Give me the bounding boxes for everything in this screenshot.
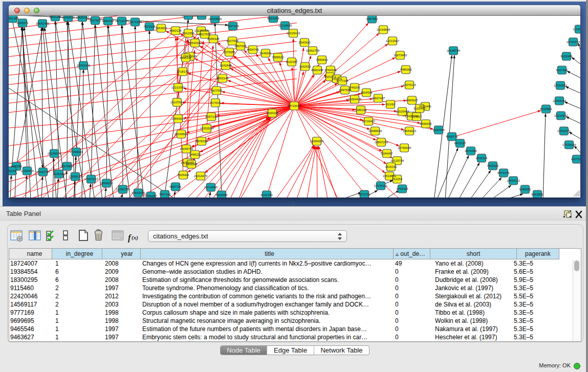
svg-text:9227342: 9227342 — [556, 69, 568, 72]
svg-text:9121343: 9121343 — [260, 193, 273, 196]
svg-text:15716485: 15716485 — [204, 186, 218, 189]
svg-text:6794028: 6794028 — [324, 69, 337, 72]
svg-text:9242848: 9242848 — [220, 64, 232, 67]
svg-text:11156829: 11156829 — [20, 169, 34, 172]
svg-text:9245652: 9245652 — [519, 188, 531, 191]
svg-text:12444194: 12444194 — [553, 99, 567, 102]
svg-text:7955812: 7955812 — [316, 58, 328, 61]
svg-text:17957223: 17957223 — [84, 178, 98, 181]
svg-text:13534809: 13534809 — [182, 16, 195, 17]
svg-text:8267130: 8267130 — [205, 115, 217, 118]
svg-text:9129966: 9129966 — [560, 55, 573, 58]
svg-text:1485081: 1485081 — [10, 165, 23, 168]
svg-text:2867608: 2867608 — [234, 45, 247, 48]
svg-text:8100683: 8100683 — [215, 193, 228, 196]
svg-text:10973493: 10973493 — [394, 54, 407, 57]
svg-text:10688609: 10688609 — [368, 129, 382, 133]
svg-text:12353594: 12353594 — [195, 16, 209, 17]
svg-text:8699695: 8699695 — [420, 122, 432, 125]
svg-text:8220357: 8220357 — [286, 60, 298, 63]
svg-text:2935114: 2935114 — [476, 157, 488, 160]
svg-text:12353594: 12353594 — [200, 127, 214, 130]
svg-text:19166829: 19166829 — [175, 133, 188, 136]
svg-text:7485063: 7485063 — [400, 68, 412, 71]
svg-text:154957: 154957 — [411, 115, 422, 118]
svg-text:7357224: 7357224 — [227, 25, 239, 28]
svg-text:20691406: 20691406 — [36, 22, 50, 25]
svg-text:8813054: 8813054 — [267, 17, 279, 20]
svg-text:16914479: 16914479 — [194, 174, 208, 178]
svg-text:2530029: 2530029 — [266, 112, 278, 115]
svg-text:2718170: 2718170 — [177, 70, 189, 73]
svg-text:1733426: 1733426 — [396, 187, 408, 190]
svg-text:1640954: 1640954 — [432, 128, 445, 132]
svg-text:3498222: 3498222 — [189, 153, 201, 156]
svg-text:9115460: 9115460 — [414, 107, 426, 110]
svg-text:1961383: 1961383 — [9, 17, 19, 20]
svg-text:9777169: 9777169 — [336, 79, 349, 82]
svg-text:19384554: 19384554 — [310, 140, 324, 143]
svg-text:16671355: 16671355 — [128, 20, 142, 24]
svg-text:7515526: 7515526 — [143, 25, 156, 28]
svg-text:15720407: 15720407 — [362, 120, 376, 123]
svg-text:10958107: 10958107 — [100, 182, 114, 185]
svg-text:20053346: 20053346 — [77, 64, 91, 67]
svg-text:9896137: 9896137 — [180, 56, 192, 59]
svg-text:1405571: 1405571 — [16, 21, 29, 25]
svg-text:3824554: 3824554 — [360, 91, 373, 94]
svg-text:2087682: 2087682 — [366, 17, 378, 20]
svg-text:2803144: 2803144 — [216, 77, 229, 80]
svg-text:9184067: 9184067 — [381, 152, 393, 155]
svg-text:20364436: 20364436 — [348, 98, 362, 101]
svg-text:1615192: 1615192 — [385, 165, 397, 168]
svg-text:10120746: 10120746 — [390, 159, 404, 162]
svg-text:1540910: 1540910 — [298, 41, 311, 44]
svg-text:16033809: 16033809 — [208, 17, 222, 20]
svg-text:252254: 252254 — [392, 178, 403, 181]
svg-text:8878332: 8878332 — [195, 140, 208, 143]
svg-text:9146821: 9146821 — [259, 52, 272, 55]
svg-text:18724007: 18724007 — [288, 104, 301, 107]
svg-text:15751074: 15751074 — [567, 40, 580, 43]
svg-text:9736257: 9736257 — [145, 194, 157, 198]
svg-text:7632621: 7632621 — [487, 164, 499, 167]
svg-text:16782759: 16782759 — [116, 188, 130, 191]
svg-text:20206576: 20206576 — [48, 152, 61, 155]
svg-text:10025488: 10025488 — [396, 110, 409, 113]
svg-text:18807249: 18807249 — [375, 141, 388, 144]
svg-text:8215953: 8215953 — [540, 107, 552, 111]
svg-text:9857791: 9857791 — [169, 185, 182, 188]
svg-text:17359924: 17359924 — [70, 150, 83, 154]
svg-text:9474444: 9474444 — [465, 149, 477, 152]
svg-text:1167533: 1167533 — [571, 158, 580, 161]
svg-text:1409948: 1409948 — [185, 163, 198, 166]
svg-text:3375685: 3375685 — [223, 51, 235, 54]
svg-text:8471676: 8471676 — [497, 171, 510, 174]
svg-text:13226058: 13226058 — [194, 29, 208, 32]
svg-text:12218506: 12218506 — [278, 24, 292, 27]
svg-text:8990448: 8990448 — [311, 69, 323, 72]
svg-text:7847118: 7847118 — [159, 193, 171, 196]
svg-text:12923445: 12923445 — [132, 191, 145, 194]
svg-text:12505135: 12505135 — [69, 175, 82, 178]
svg-text:12942757: 12942757 — [36, 170, 50, 173]
svg-text:16107554: 16107554 — [170, 101, 184, 104]
svg-text:19854923: 19854923 — [171, 117, 185, 120]
svg-text:13325419: 13325419 — [287, 32, 300, 35]
svg-text:9527505: 9527505 — [199, 33, 211, 36]
svg-text:17016504: 17016504 — [562, 143, 576, 146]
svg-text:8960124: 8960124 — [169, 29, 182, 32]
svg-text:12213967: 12213967 — [386, 39, 400, 42]
svg-text:1145194: 1145194 — [53, 172, 66, 176]
svg-text:16154808: 16154808 — [377, 28, 390, 31]
svg-text:10719155: 10719155 — [115, 19, 129, 23]
svg-text:15136141: 15136141 — [374, 184, 388, 187]
svg-text:8938775: 8938775 — [446, 135, 458, 138]
svg-text:11092836: 11092836 — [61, 16, 75, 19]
svg-text:19654923: 19654923 — [403, 129, 417, 133]
svg-text:8454749: 8454749 — [247, 48, 259, 51]
svg-text:8912954: 8912954 — [182, 32, 194, 35]
svg-text:6466160: 6466160 — [102, 19, 114, 23]
svg-text:6497508: 6497508 — [339, 89, 351, 92]
svg-text:6479197: 6479197 — [454, 142, 466, 145]
